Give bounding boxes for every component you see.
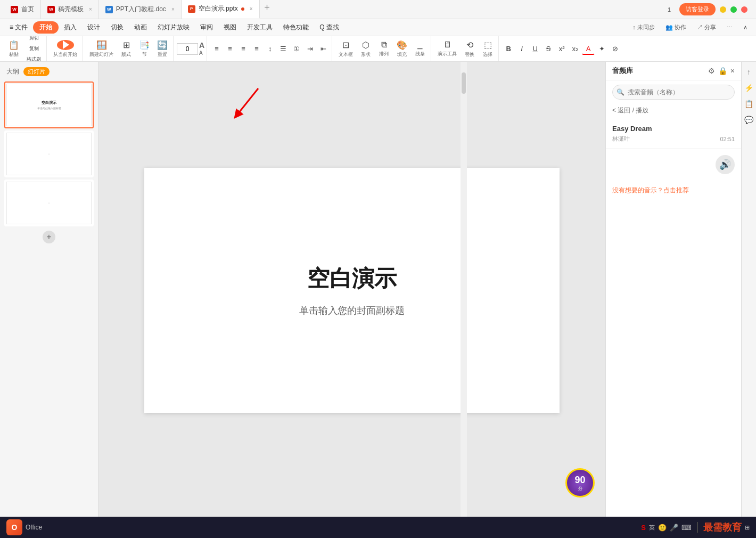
font-grow-button[interactable]: A: [199, 41, 204, 50]
select-label: 选择: [483, 51, 492, 58]
keyboard-icon: ⌨: [681, 524, 692, 532]
music-suggest-link[interactable]: 点击推荐: [663, 186, 689, 194]
slide-main-title[interactable]: 空白演示: [307, 264, 397, 294]
justify-button[interactable]: ≡: [250, 43, 263, 55]
scrollbar-thumb[interactable]: [462, 72, 466, 94]
arrange-icon: ⧉: [381, 40, 387, 50]
add-slide-button[interactable]: +: [43, 231, 55, 243]
new-tab-button[interactable]: +: [260, 0, 275, 15]
select-button[interactable]: ⬚ 选择: [479, 38, 496, 60]
section-button[interactable]: 📑 节: [136, 38, 153, 60]
tab-ppt-close[interactable]: ×: [250, 6, 253, 12]
far-right-strip: ↑ ⚡ 📋 💬: [741, 62, 756, 519]
cut-button[interactable]: 剪切: [23, 36, 44, 43]
menu-design[interactable]: 设计: [82, 21, 105, 34]
collab-button[interactable]: 👥 协作: [661, 22, 691, 33]
menu-file[interactable]: ≡ 文件: [4, 21, 33, 34]
share-button[interactable]: ↗ 分享: [693, 22, 720, 33]
align-center-button[interactable]: ≡: [224, 43, 236, 55]
new-slide-button[interactable]: 🪟 新建幻灯片: [86, 38, 117, 60]
collapse-ribbon-button[interactable]: ∧: [739, 22, 752, 32]
tab-doc-close[interactable]: ×: [171, 6, 175, 12]
apps-icon[interactable]: ⊞: [745, 524, 750, 531]
music-panel-close-icon[interactable]: ×: [730, 67, 735, 75]
slide-thumb-2[interactable]: 2 •: [4, 131, 94, 177]
font-color-button[interactable]: A: [582, 43, 595, 55]
replace-label: 替换: [465, 51, 474, 58]
right-strip-icon-1[interactable]: ↑: [743, 66, 755, 78]
new-slide-label: 新建幻灯片: [89, 51, 113, 58]
tab-template-close[interactable]: ×: [89, 6, 92, 12]
layout-button[interactable]: ⊞ 版式: [118, 38, 135, 60]
minimize-button[interactable]: [720, 6, 726, 13]
menu-review[interactable]: 审阅: [195, 21, 218, 34]
align-left-button[interactable]: ≡: [210, 43, 223, 55]
indent-button[interactable]: ⇥: [303, 43, 316, 55]
slide-thumb-3[interactable]: 3 •: [4, 180, 94, 226]
ppt-tools-button[interactable]: 🖥 演示工具: [434, 38, 460, 60]
outline-tab[interactable]: 大纲: [6, 67, 19, 76]
play-circle[interactable]: [57, 40, 74, 50]
underline-button[interactable]: U: [529, 43, 541, 55]
font-size-input[interactable]: [177, 43, 198, 55]
menu-transition[interactable]: 切换: [105, 21, 129, 34]
line-button[interactable]: ⎯ 线条: [412, 38, 429, 60]
menu-special[interactable]: 特色功能: [278, 21, 314, 34]
tab-ppt[interactable]: P 空白演示.pptx ×: [182, 0, 260, 19]
tab-home[interactable]: W 首页: [4, 0, 41, 19]
nav-back-button[interactable]: < 返回 / 播放: [606, 104, 741, 119]
sync-button[interactable]: ↑ 未同步: [628, 22, 659, 33]
menu-devtools[interactable]: 开发工具: [242, 21, 278, 34]
vertical-scrollbar[interactable]: [461, 62, 467, 519]
replace-button[interactable]: ⟲ 替换: [461, 38, 478, 60]
format-painter-button[interactable]: 格式刷: [23, 55, 44, 62]
lock-icon[interactable]: 🔒: [718, 67, 727, 75]
fill-label: 填充: [397, 51, 407, 58]
more-button[interactable]: ⋯: [722, 22, 737, 32]
red-arrow-svg: [226, 83, 269, 126]
music-panel-icons: ⚙ 🔒 ×: [708, 67, 735, 75]
text-highlight-button[interactable]: ✦: [595, 43, 608, 55]
right-strip-icon-3[interactable]: 📋: [743, 98, 755, 110]
menu-insert[interactable]: 插入: [59, 21, 82, 34]
slides-badge[interactable]: 幻灯片: [23, 67, 50, 76]
music-search-input[interactable]: [612, 85, 735, 100]
font-shrink-button[interactable]: A: [199, 50, 204, 56]
close-button[interactable]: [741, 6, 747, 13]
line-spacing-button[interactable]: ↕: [264, 43, 276, 55]
subscript-button[interactable]: x₂: [569, 43, 581, 55]
fill-button[interactable]: 🎨 填充: [393, 38, 410, 60]
menu-home[interactable]: 开始: [33, 21, 59, 34]
music-item-1[interactable]: Easy Dream 林潇叶 02:51: [606, 119, 741, 149]
menu-search[interactable]: Q 查找: [314, 21, 344, 34]
right-strip-icon-4[interactable]: 💬: [743, 114, 755, 126]
play-from-here-button[interactable]: 从当前开始: [50, 38, 80, 60]
paste-button[interactable]: 📋 粘贴: [5, 38, 22, 60]
arrange-button[interactable]: ⧉ 排列: [375, 38, 392, 60]
superscript-button[interactable]: x²: [555, 43, 568, 55]
menu-animation[interactable]: 动画: [129, 21, 152, 34]
strikethrough-button[interactable]: S: [542, 43, 555, 55]
maximize-button[interactable]: [730, 6, 737, 13]
menu-view[interactable]: 视图: [218, 21, 242, 34]
numbering-button[interactable]: ①: [290, 43, 303, 55]
tab-template[interactable]: W 稿壳模板 ×: [41, 0, 99, 19]
volume-button[interactable]: 🔊: [716, 155, 735, 174]
copy-button[interactable]: 复制: [23, 44, 44, 54]
tab-doc[interactable]: W PPT入门教程.doc ×: [99, 0, 182, 19]
list-button[interactable]: ☰: [277, 43, 290, 55]
visitor-login-button[interactable]: 访客登录: [679, 3, 716, 15]
shape-button[interactable]: ⬡ 形状: [357, 38, 374, 60]
clear-format-button[interactable]: ⊘: [609, 43, 621, 55]
reset-button[interactable]: 🔄 重置: [154, 38, 171, 60]
slide-thumb-1[interactable]: 1 空白演示 单击此处输入副标题: [4, 81, 94, 128]
bold-button[interactable]: B: [502, 43, 515, 55]
textbox-button[interactable]: ⊡ 文本框: [335, 38, 356, 60]
slide-main-subtitle[interactable]: 单击输入您的封面副标题: [299, 304, 405, 317]
menu-slideshow[interactable]: 幻灯片放映: [152, 21, 195, 34]
right-strip-icon-2[interactable]: ⚡: [743, 82, 755, 94]
align-right-button[interactable]: ≡: [237, 43, 250, 55]
italic-button[interactable]: I: [515, 43, 528, 55]
settings-icon[interactable]: ⚙: [708, 67, 715, 75]
outdent-button[interactable]: ⇤: [317, 43, 330, 55]
